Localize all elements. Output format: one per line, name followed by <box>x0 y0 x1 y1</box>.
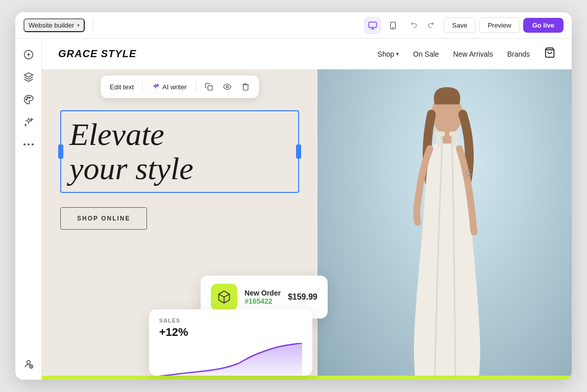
save-button[interactable]: Save <box>444 17 476 33</box>
right-resize-handle[interactable] <box>296 144 301 159</box>
layers-icon-button[interactable] <box>19 67 38 87</box>
hero-left-panel: Edit text AI writer <box>42 69 317 380</box>
sales-value: +12% <box>159 326 302 339</box>
redo-icon <box>427 21 434 29</box>
order-info: New Order #165422 <box>244 289 281 305</box>
svg-point-11 <box>27 360 30 364</box>
order-id: #165422 <box>244 297 281 305</box>
svg-point-9 <box>28 143 30 145</box>
ai-sparkle-icon <box>152 83 159 91</box>
woman-figure <box>371 85 518 380</box>
shop-online-button[interactable]: SHOP ONLINE <box>60 207 147 230</box>
copy-icon-button[interactable] <box>201 79 217 95</box>
top-bar: Website builder ▾ Save Preview Go live <box>15 12 572 39</box>
top-bar-actions: Save Preview Go live <box>364 17 564 34</box>
eye-icon <box>223 83 231 91</box>
mobile-icon <box>389 21 397 30</box>
style-icon <box>23 94 34 105</box>
sales-chart <box>159 343 302 376</box>
undo-icon <box>410 21 418 29</box>
site-logo: GRACE STYLE <box>58 48 378 60</box>
order-price: $159.99 <box>288 292 317 302</box>
site-preview: GRACE STYLE Shop ▾ On Sale New Arrivals … <box>42 39 572 380</box>
svg-point-7 <box>29 97 30 99</box>
top-bar-divider <box>93 19 93 32</box>
chevron-down-icon: ▾ <box>396 51 399 57</box>
account-icon <box>23 359 34 369</box>
toolbar-divider <box>142 82 142 92</box>
sparkle-icon <box>23 117 34 127</box>
floating-toolbar: Edit text AI writer <box>101 76 259 98</box>
site-nav-links: Shop ▾ On Sale New Arrivals Brands <box>378 50 530 58</box>
copy-icon <box>205 83 213 91</box>
site-navigation: GRACE STYLE Shop ▾ On Sale New Arrivals … <box>42 39 572 69</box>
nav-shop[interactable]: Shop ▾ <box>378 50 399 58</box>
ai-writer-button[interactable]: AI writer <box>146 81 192 93</box>
delete-icon-button[interactable] <box>237 79 254 95</box>
toolbar-divider-2 <box>196 82 197 92</box>
order-label: New Order <box>244 289 281 297</box>
hero-headline: Elevate your style <box>69 117 290 186</box>
style-icon-button[interactable] <box>19 90 38 109</box>
svg-point-6 <box>27 97 28 99</box>
account-icon-button[interactable] <box>19 354 38 374</box>
cart-icon[interactable] <box>544 47 555 61</box>
eye-icon-button[interactable] <box>219 79 235 95</box>
sales-label: SALES <box>159 317 302 324</box>
ai-writer-label: AI writer <box>162 83 187 91</box>
layers-icon <box>23 72 34 82</box>
bottom-accent-bar <box>42 376 572 380</box>
order-icon <box>211 284 237 310</box>
svg-rect-14 <box>208 86 212 90</box>
svg-point-15 <box>226 86 228 88</box>
text-selection-box[interactable]: Elevate your style <box>60 110 299 193</box>
go-live-button[interactable]: Go live <box>523 18 564 33</box>
sales-card: SALES +12% <box>149 309 312 376</box>
desktop-icon <box>368 21 377 30</box>
undo-redo-group <box>407 18 438 33</box>
hero-area: Edit text AI writer <box>42 69 572 380</box>
svg-point-10 <box>32 143 34 145</box>
preview-button[interactable]: Preview <box>479 17 520 33</box>
nav-on-sale[interactable]: On Sale <box>413 50 439 58</box>
add-icon <box>23 50 34 60</box>
redo-button[interactable] <box>423 18 438 33</box>
main-area: GRACE STYLE Shop ▾ On Sale New Arrivals … <box>15 39 572 380</box>
svg-point-2 <box>393 27 393 28</box>
trash-icon <box>241 83 250 91</box>
more-icon-button[interactable] <box>19 135 38 154</box>
app-window: Website builder ▾ Save Preview Go live <box>15 12 572 380</box>
svg-marker-4 <box>24 73 33 77</box>
add-icon-button[interactable] <box>19 45 38 64</box>
svg-point-8 <box>23 143 26 145</box>
canvas-area: GRACE STYLE Shop ▾ On Sale New Arrivals … <box>42 39 572 380</box>
chevron-down-icon: ▾ <box>77 22 80 28</box>
sparkle-icon-button[interactable] <box>19 112 38 132</box>
edit-text-button[interactable]: Edit text <box>106 81 138 93</box>
svg-rect-0 <box>369 22 376 28</box>
hero-right-panel <box>317 69 572 380</box>
undo-button[interactable] <box>407 18 422 33</box>
left-sidebar <box>15 39 42 380</box>
website-builder-label: Website builder <box>29 21 74 29</box>
desktop-device-button[interactable] <box>364 17 381 34</box>
nav-new-arrivals[interactable]: New Arrivals <box>453 50 493 58</box>
left-resize-handle[interactable] <box>58 144 63 159</box>
more-icon <box>23 143 34 145</box>
mobile-device-button[interactable] <box>384 17 402 34</box>
nav-brands[interactable]: Brands <box>507 50 530 58</box>
website-builder-button[interactable]: Website builder ▾ <box>23 18 85 32</box>
svg-point-5 <box>26 99 27 101</box>
